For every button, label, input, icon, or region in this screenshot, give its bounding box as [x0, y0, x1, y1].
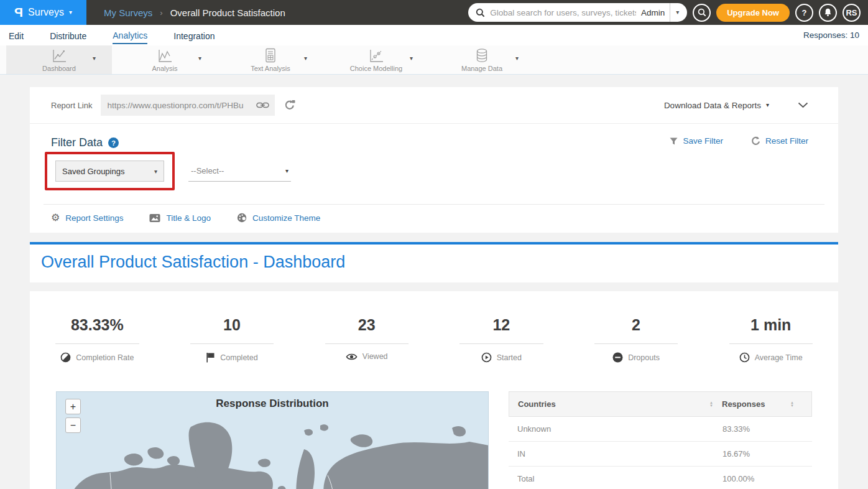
- stat-label: Average Time: [755, 353, 803, 362]
- notifications-button[interactable]: [819, 4, 837, 22]
- stat-viewed: 23 Viewed: [299, 316, 434, 363]
- product-menu[interactable]: P Surveys ▾: [0, 0, 86, 25]
- reset-filter-button[interactable]: Reset Filter: [750, 136, 808, 146]
- distribution-row: Response Distribution + −: [30, 391, 838, 489]
- annotation-highlight-box: Saved Groupings ▾: [45, 152, 175, 190]
- customize-theme-link[interactable]: Customize Theme: [237, 213, 320, 223]
- report-footer-links: ⚙ Report Settings Title & Logo: [30, 205, 838, 233]
- search-scope-dropdown[interactable]: ▾: [670, 3, 685, 22]
- tab-manage-data[interactable]: ▾ Manage Data: [429, 45, 535, 74]
- breadcrumb-my-surveys[interactable]: My Surveys: [104, 7, 152, 18]
- refresh-link-lock-icon[interactable]: [284, 100, 296, 111]
- chevron-down-icon: ▾: [285, 167, 289, 174]
- nav-analytics[interactable]: Analytics: [113, 27, 147, 44]
- report-link-label: Report Link: [51, 101, 92, 110]
- avatar-initials: RS: [846, 8, 857, 17]
- tab-dropdown-caret[interactable]: ▾: [93, 55, 96, 62]
- grouping-value-select[interactable]: --Select-- ▾: [188, 161, 291, 182]
- tab-dropdown-caret[interactable]: ▾: [304, 55, 307, 62]
- stat-label: Viewed: [362, 352, 388, 361]
- table-row: Total 100.00%: [509, 467, 812, 489]
- country-cell: Total: [517, 474, 723, 483]
- tab-dropdown-caret[interactable]: ▾: [515, 55, 519, 62]
- dashboard-stats-card: 83.33% Completion Rate 10: [30, 291, 838, 489]
- country-cell: IN: [517, 449, 723, 459]
- tab-label: Manage Data: [461, 65, 502, 72]
- filter-help-icon[interactable]: ?: [108, 137, 119, 148]
- chevron-down-icon: ▾: [154, 168, 157, 175]
- gear-icon: ⚙: [51, 213, 60, 223]
- nav-edit[interactable]: Edit: [9, 27, 24, 44]
- customize-theme-label: Customize Theme: [252, 213, 320, 223]
- flag-icon: [206, 352, 215, 363]
- countries-column-header[interactable]: Countries: [518, 399, 556, 409]
- stat-value: 12: [434, 316, 569, 334]
- tab-label: Dashboard: [42, 65, 76, 72]
- avatar[interactable]: RS: [843, 4, 861, 22]
- stat-completed: 10 Completed: [165, 316, 300, 363]
- link-icon[interactable]: [256, 101, 269, 109]
- nav-distribute[interactable]: Distribute: [50, 27, 86, 44]
- stat-label: Completion Rate: [76, 353, 134, 362]
- table-row: IN 16.67%: [509, 442, 812, 467]
- responses-count: Responses: 10: [803, 30, 859, 40]
- reset-icon: [750, 136, 760, 146]
- report-link-row: Report Link Download Data & Reports: [30, 87, 838, 124]
- funnel-icon: [670, 137, 678, 145]
- stat-average-time: 1 min Average Time: [703, 316, 838, 363]
- map-zoom-in-button[interactable]: +: [65, 399, 81, 414]
- stat-value: 10: [165, 316, 300, 334]
- product-menu-label: Surveys: [28, 7, 64, 18]
- chevron-down-icon: ▾: [69, 9, 72, 16]
- stat-completion-rate: 83.33% Completion Rate: [30, 316, 165, 363]
- search-button[interactable]: [693, 4, 711, 22]
- questionpro-logo: P: [14, 5, 23, 20]
- report-link-field: [101, 95, 275, 116]
- analytics-tabbar: ▾ Dashboard ▾ Analysis ▾ Text Analysis: [0, 45, 868, 75]
- report-link-input[interactable]: [107, 101, 252, 110]
- upgrade-now-button[interactable]: Upgrade Now: [716, 4, 790, 22]
- database-icon: [474, 48, 489, 63]
- tab-label: Text Analysis: [251, 65, 290, 72]
- title-logo-link[interactable]: Title & Logo: [149, 213, 211, 223]
- response-distribution-map[interactable]: Response Distribution + −: [56, 391, 489, 489]
- saved-groupings-select[interactable]: Saved Groupings ▾: [55, 161, 164, 182]
- question-mark-icon: ?: [802, 8, 807, 17]
- table-row: Unknown 83.33%: [509, 417, 812, 442]
- stat-dropouts: 2 Dropouts: [569, 316, 704, 363]
- save-filter-button[interactable]: Save Filter: [670, 136, 723, 146]
- responses-cell: 100.00%: [723, 474, 803, 483]
- tab-dropdown-caret[interactable]: ▾: [198, 55, 201, 62]
- analysis-chart-icon: [157, 49, 173, 63]
- stat-value: 1 min: [703, 316, 838, 334]
- collapse-panel-button[interactable]: [798, 102, 808, 108]
- search-scope[interactable]: Admin: [641, 8, 665, 17]
- dashboard-title-card: Overall Product Satisfaction - Dashboard: [30, 242, 838, 282]
- filter-selects-row: Saved Groupings ▾ --Select-- ▾: [30, 149, 838, 200]
- bell-icon: [823, 7, 833, 17]
- tab-analysis[interactable]: ▾ Analysis: [112, 45, 218, 74]
- global-search: Admin ▾: [468, 3, 687, 22]
- tab-text-analysis[interactable]: ▾ Text Analysis: [218, 45, 323, 74]
- play-circle-icon: [481, 352, 492, 363]
- stat-value: 23: [299, 316, 434, 334]
- search-input[interactable]: [490, 8, 636, 17]
- save-filter-label: Save Filter: [683, 136, 723, 146]
- tab-dashboard[interactable]: ▾ Dashboard: [6, 45, 112, 74]
- nav-integration[interactable]: Integration: [173, 27, 215, 44]
- tab-label: Analysis: [152, 65, 178, 72]
- download-label: Download Data & Reports: [664, 101, 761, 110]
- help-button[interactable]: ?: [795, 4, 813, 22]
- sort-icon[interactable]: ▲▼: [790, 401, 794, 408]
- topbar: P Surveys ▾ My Surveys › Overall Product…: [0, 0, 868, 25]
- responses-column-header[interactable]: Responses: [722, 399, 765, 409]
- map-title: Response Distribution: [57, 398, 488, 410]
- report-link-actions: Download Data & Reports ▾: [664, 101, 817, 110]
- tab-choice-modelling[interactable]: ▾ Choice Modelling: [323, 45, 429, 74]
- download-data-reports-dropdown[interactable]: Download Data & Reports ▾: [664, 101, 769, 110]
- breadcrumb-current: Overall Product Satisfaction: [170, 7, 285, 18]
- sort-icon[interactable]: ▲▼: [709, 401, 713, 408]
- eye-icon: [346, 353, 358, 361]
- tab-dropdown-caret[interactable]: ▾: [410, 55, 413, 62]
- report-settings-link[interactable]: ⚙ Report Settings: [51, 213, 123, 223]
